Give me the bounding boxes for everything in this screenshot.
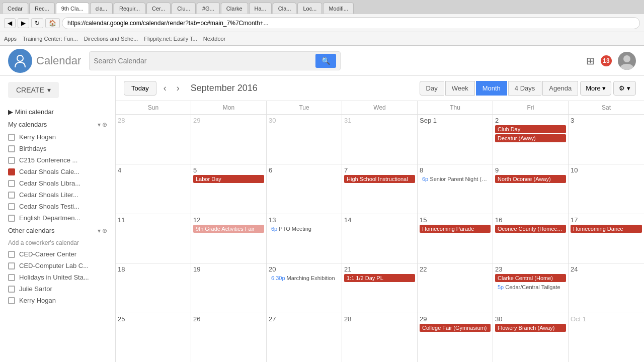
day-cell[interactable]: 31 — [342, 115, 418, 164]
calendar-item-english-dept[interactable]: English Departmen... — [0, 212, 115, 224]
bookmark-directions[interactable]: Directions and Sche... — [84, 36, 138, 42]
calendar-item-ced-computer[interactable]: CED-Computer Lab C... — [0, 260, 115, 272]
calendar-event[interactable]: North Oconee (Away) — [495, 175, 566, 183]
search-input[interactable] — [94, 57, 311, 65]
settings-button[interactable]: ⚙ ▾ — [613, 81, 636, 96]
reload-button[interactable]: ↻ — [31, 18, 43, 28]
tab-modifi[interactable]: Modifi... — [323, 3, 354, 14]
tab-requir[interactable]: Requir... — [114, 3, 145, 14]
my-calendars-section[interactable]: My calendars ▾ ⊕ — [0, 118, 115, 131]
day-cell[interactable]: 8 6p Senior Parent Night (The... — [418, 164, 493, 214]
next-month-button[interactable]: › — [174, 81, 183, 96]
prev-month-button[interactable]: ‹ — [160, 81, 170, 96]
day-cell[interactable]: 27 — [267, 313, 342, 362]
day-cell[interactable]: 15 Homecoming Parade — [418, 214, 493, 263]
bookmark-apps[interactable]: Apps — [4, 36, 17, 42]
view-more-button[interactable]: More ▾ — [580, 81, 611, 96]
tab-ha[interactable]: Ha... — [249, 3, 272, 14]
day-cell[interactable]: 29 College Fair (Gymnasium) — [418, 313, 493, 362]
calendar-checkbox[interactable] — [8, 145, 15, 152]
day-cell[interactable]: 18 — [116, 263, 191, 313]
day-cell[interactable]: 24 — [569, 263, 644, 313]
day-cell[interactable]: Sep 1 — [418, 115, 493, 164]
day-cell[interactable]: 25 — [116, 313, 191, 362]
calendar-item-cedar-libra[interactable]: Cedar Shoals Libra... — [0, 177, 115, 189]
calendar-checkbox[interactable] — [8, 262, 15, 269]
calendar-event[interactable]: Decatur (Away) — [495, 134, 566, 142]
calendar-event[interactable]: Flowery Branch (Away) — [495, 324, 566, 332]
calendar-event[interactable]: 6p PTO Meeting — [269, 225, 340, 233]
tab-9thcla[interactable]: 9th Cla... — [56, 3, 89, 14]
home-button[interactable]: 🏠 — [45, 18, 60, 28]
day-cell[interactable]: Oct 1 — [569, 313, 644, 362]
day-cell[interactable]: 21 1:1 1/2 Day PL — [342, 263, 418, 313]
forward-button[interactable]: ▶ — [18, 18, 29, 28]
day-cell[interactable]: 11 — [116, 214, 191, 263]
day-cell[interactable]: 2 Club Day Decatur (Away) — [493, 115, 569, 164]
view-4days-button[interactable]: 4 Days — [508, 81, 541, 96]
bookmark-flippity[interactable]: Flippity.net: Easily T... — [144, 36, 197, 42]
calendar-checkbox[interactable] — [8, 203, 15, 210]
bookmark-nextdoor[interactable]: Nextdoor — [203, 36, 226, 42]
calendar-item-kerry2[interactable]: Kerry Hogan — [0, 295, 115, 306]
calendar-checkbox[interactable] — [8, 286, 15, 293]
tab-cla2[interactable]: Cla... — [273, 3, 297, 14]
calendar-event[interactable]: Labor Day — [193, 175, 264, 183]
calendar-checkbox[interactable] — [8, 157, 15, 164]
day-cell[interactable]: 29 — [191, 115, 267, 164]
calendar-checkbox[interactable] — [8, 180, 15, 187]
day-cell[interactable]: 30 — [267, 115, 342, 164]
view-day-button[interactable]: Day — [420, 81, 444, 96]
add-coworker-link[interactable]: Add a coworker's calendar — [0, 237, 115, 248]
calendar-event[interactable]: 6:30p Marching Exhibition — [269, 274, 340, 282]
day-cell[interactable]: 19 — [191, 263, 267, 313]
calendar-event[interactable]: Oconee County (Homecon... — [495, 225, 566, 233]
tab-rec[interactable]: Rec... — [29, 3, 55, 14]
create-button[interactable]: CREATE ▾ — [8, 82, 59, 98]
day-cell[interactable]: 5 Labor Day — [191, 164, 267, 214]
back-button[interactable]: ◀ — [4, 18, 16, 28]
day-cell[interactable]: 26 — [191, 313, 267, 362]
calendar-event[interactable]: Clarke Central (Home) — [495, 274, 566, 282]
calendar-item-birthdays[interactable]: Birthdays — [0, 143, 115, 154]
calendar-event[interactable]: College Fair (Gymnasium) — [420, 324, 491, 332]
calendar-event[interactable]: Club Day — [495, 125, 566, 133]
calendar-item-cedar-testi[interactable]: Cedar Shoals Testi... — [0, 201, 115, 212]
calendar-item-holidays[interactable]: Holidays in United Sta... — [0, 272, 115, 283]
notification-badge[interactable]: 13 — [601, 55, 612, 66]
day-cell[interactable]: 4 — [116, 164, 191, 214]
day-cell[interactable]: 16 Oconee County (Homecon... — [493, 214, 569, 263]
view-week-button[interactable]: Week — [445, 81, 475, 96]
calendar-checkbox-checked[interactable] — [8, 168, 15, 175]
user-avatar[interactable] — [618, 52, 636, 70]
calendar-event[interactable]: 6p Senior Parent Night (The... — [420, 175, 491, 183]
url-bar[interactable] — [62, 17, 640, 29]
search-button[interactable]: 🔍 — [315, 54, 336, 68]
calendar-event[interactable]: Homecoming Dance — [571, 225, 642, 233]
tab-cer[interactable]: Cer... — [146, 3, 171, 14]
bookmark-training[interactable]: Training Center: Fun... — [23, 36, 78, 42]
day-cell[interactable]: 14 — [342, 214, 418, 263]
calendar-checkbox[interactable] — [8, 134, 15, 141]
calendar-checkbox[interactable] — [8, 274, 15, 281]
day-cell[interactable]: 6 — [267, 164, 342, 214]
calendar-checkbox[interactable] — [8, 215, 15, 222]
view-agenda-button[interactable]: Agenda — [542, 81, 578, 96]
calendar-item-cedar-cale[interactable]: Cedar Shoals Cale... — [0, 166, 115, 177]
apps-grid-icon[interactable]: ⊞ — [586, 55, 595, 67]
calendar-event[interactable]: 1:1 1/2 Day PL — [344, 274, 415, 282]
calendar-event[interactable]: Homecoming Parade — [420, 225, 491, 233]
day-cell[interactable]: 22 — [418, 263, 493, 313]
calendar-event[interactable]: High School Instructional — [344, 175, 415, 183]
today-button[interactable]: Today — [124, 81, 156, 96]
calendar-event[interactable]: 5p Cedar/Central Tailgate — [495, 283, 566, 291]
tab-loc[interactable]: Loc... — [297, 3, 322, 14]
day-cell[interactable]: 12 9th Grade Activities Fair — [191, 214, 267, 263]
tab-cla[interactable]: cla... — [90, 3, 113, 14]
day-cell[interactable]: 30 Flowery Branch (Away) — [493, 313, 569, 362]
day-cell[interactable]: 10 — [569, 164, 644, 214]
calendar-item-julie[interactable]: Julie Sartor — [0, 283, 115, 295]
tab-clarke[interactable]: Clarke — [221, 3, 248, 14]
calendar-event[interactable]: 9th Grade Activities Fair — [193, 225, 264, 233]
day-cell[interactable]: 20 6:30p Marching Exhibition — [267, 263, 342, 313]
